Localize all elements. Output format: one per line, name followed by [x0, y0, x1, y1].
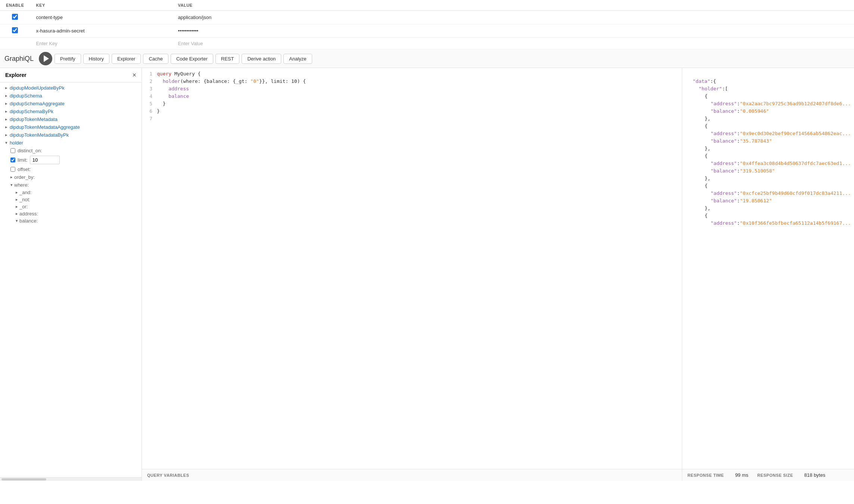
cache-button[interactable]: Cache: [143, 54, 168, 64]
explorer-sub-item[interactable]: ▾ where:: [10, 181, 142, 189]
json-brace: {: [705, 93, 708, 101]
graphiql-wrapper: GraphiQL Prettify History Explorer Cache…: [0, 50, 854, 481]
where-sub-item[interactable]: ▸ _and:: [16, 189, 142, 196]
header-enable-cell[interactable]: [0, 11, 30, 24]
json-colon: :: [737, 101, 740, 108]
close-button[interactable]: ×: [132, 72, 136, 78]
explorer-body[interactable]: ▸ dipdupModelUpdateByPk ▸ dipdupSchema ▸…: [0, 83, 142, 477]
header-enable-cell[interactable]: [0, 24, 30, 38]
header-value-cell: ••••••••••••: [172, 24, 854, 38]
line-content: [157, 116, 682, 123]
explorer-item[interactable]: ▸ dipdupTokenMetadataByPk: [0, 131, 142, 139]
json-value: "0xcfce25bf9b49d60cfd9f017dc83a4211...: [740, 190, 851, 198]
rest-button[interactable]: REST: [215, 54, 240, 64]
line-content: balance: [157, 93, 682, 101]
play-button[interactable]: [39, 52, 52, 65]
result-body[interactable]: "data": {"holder": [{"address": "0xa2aac…: [682, 68, 854, 469]
header-checkbox-1[interactable]: [12, 27, 18, 33]
code-keyword: query: [157, 71, 174, 77]
json-line: "balance": "0.005946": [684, 108, 854, 116]
where-item-label: _not:: [19, 197, 30, 202]
where-sub-item[interactable]: ▾ balance:: [16, 217, 142, 224]
json-indent: [687, 175, 705, 183]
header-checkbox-0[interactable]: [12, 14, 18, 20]
json-line: "address": "0x9ec0d30e2bef90cef14566ab54…: [684, 131, 854, 138]
header-empty-value[interactable]: Enter Value: [172, 38, 854, 50]
explorer-item-name: dipdupModelUpdateByPk: [10, 85, 65, 91]
sub-checkbox[interactable]: [10, 148, 15, 153]
explorer-item-name: dipdupSchemaAggregate: [10, 101, 65, 106]
response-time-label: RESPONSE TIME: [687, 473, 724, 477]
code-space: [157, 86, 168, 91]
history-button[interactable]: History: [83, 54, 109, 64]
hscroll-thumb: [1, 478, 46, 480]
json-key: "balance": [711, 138, 737, 146]
explorer-header: Explorer ×: [0, 68, 142, 83]
query-variables-label: QUERY VARIABLES: [147, 473, 189, 477]
explorer-item-name: dipdupSchemaByPk: [10, 109, 53, 114]
explorer-item[interactable]: ▸ dipdupModelUpdateByPk: [0, 84, 142, 92]
explorer-button[interactable]: Explorer: [112, 54, 141, 64]
code-line: 2 holder(where: {balance: {_gt: "0"}}, l…: [142, 78, 682, 86]
explorer-item[interactable]: ▸ dipdupSchemaByPk: [0, 108, 142, 115]
analyze-button[interactable]: Analyze: [283, 54, 312, 64]
code-string: "0": [250, 78, 259, 84]
json-brace: },: [705, 116, 711, 123]
explorer-hscroll[interactable]: [0, 477, 142, 481]
json-indent: [687, 123, 705, 131]
json-key: "balance": [711, 168, 737, 175]
line-content: }: [157, 101, 682, 108]
explorer-sub-item[interactable]: limit:: [10, 155, 142, 165]
json-key: "address": [711, 220, 737, 228]
where-sub-item[interactable]: ▸ address:: [16, 210, 142, 217]
explorer-item[interactable]: ▾ holder: [0, 139, 142, 147]
sub-limit-checkbox[interactable]: [10, 158, 15, 162]
line-content: }: [157, 108, 682, 116]
json-line: {: [684, 93, 854, 101]
explorer-item[interactable]: ▸ dipdupSchemaAggregate: [0, 100, 142, 108]
line-number: 4: [142, 93, 157, 101]
explorer-item[interactable]: ▸ dipdupTokenMetadata: [0, 115, 142, 123]
code-exporter-button[interactable]: Code Exporter: [171, 54, 213, 64]
code-line: 3 address: [142, 86, 682, 93]
json-colon: :: [710, 78, 713, 86]
json-indent: [687, 146, 705, 153]
explorer-panel: Explorer × ▸ dipdupModelUpdateByPk ▸ dip…: [0, 68, 142, 481]
json-line: "balance": "319.510058": [684, 168, 854, 175]
editor-body[interactable]: 1query MyQuery {2 holder(where: {balance…: [142, 68, 682, 469]
json-indent: [687, 183, 705, 190]
json-value: "319.510058": [740, 168, 775, 175]
explorer-title: Explorer: [5, 72, 27, 78]
sub-label: distinct_on:: [18, 148, 42, 153]
line-number: 5: [142, 101, 157, 108]
where-sub-item[interactable]: ▸ _or:: [16, 203, 142, 210]
header-empty-key[interactable]: Enter Key: [30, 38, 172, 50]
json-line: {: [684, 153, 854, 161]
derive-action-button[interactable]: Derive action: [242, 54, 281, 64]
where-sub-item[interactable]: ▸ _not:: [16, 196, 142, 203]
code-name: MyQuery: [174, 71, 195, 77]
explorer-item[interactable]: ▸ dipdupTokenMetadataAggregate: [0, 123, 142, 131]
json-line: {: [684, 183, 854, 190]
explorer-sub-item[interactable]: offset:: [10, 165, 142, 173]
sub-checkbox[interactable]: [10, 167, 15, 172]
json-line: "balance": "19.850612": [684, 198, 854, 205]
limit-input[interactable]: [30, 156, 60, 164]
explorer-item-name: dipdupTokenMetadataAggregate: [10, 124, 80, 130]
explorer-sub-item[interactable]: distinct_on:: [10, 147, 142, 155]
json-indent: [687, 108, 711, 116]
explorer-arrow: ▸: [5, 93, 7, 98]
explorer-arrow: ▸: [5, 133, 7, 137]
explorer-arrow: ▸: [5, 125, 7, 130]
header-value-cell: application/json: [172, 11, 854, 24]
explorer-item[interactable]: ▸ dipdupSchema: [0, 92, 142, 100]
json-brace: {: [705, 183, 708, 190]
header-empty-enable[interactable]: [0, 38, 30, 50]
sub-arrow: ▾: [10, 183, 13, 187]
explorer-sub-item[interactable]: ▸ order_by:: [10, 173, 142, 181]
prettify-button[interactable]: Prettify: [55, 54, 81, 64]
line-number: 3: [142, 86, 157, 93]
json-indent: [687, 86, 699, 93]
header-key-cell: x-hasura-admin-secret: [30, 24, 172, 38]
where-item-label: _and:: [19, 190, 32, 195]
